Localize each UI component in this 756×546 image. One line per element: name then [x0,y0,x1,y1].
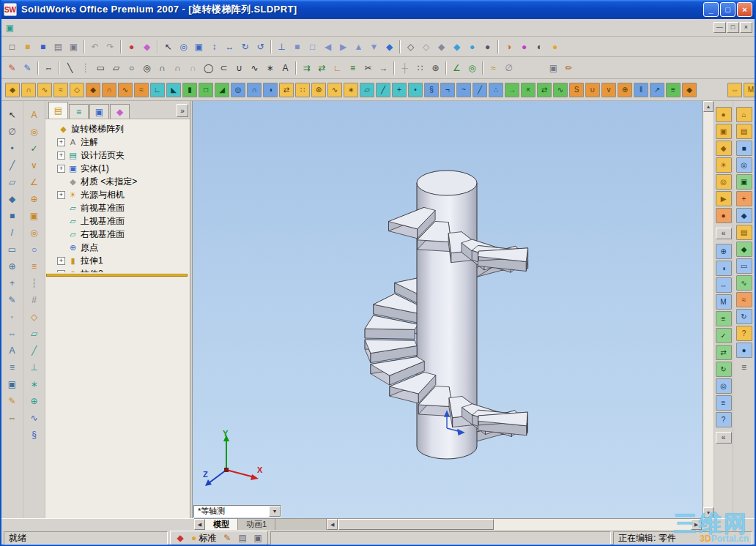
sketch-driven-pattern-button[interactable]: ∗ [344,83,358,97]
maximize-button[interactable]: □ [720,2,735,17]
zoom-tool-button[interactable]: ◎ [716,378,732,394]
smart-dimension-button[interactable]: ⇔ [41,60,56,75]
menu-file[interactable] [16,26,28,30]
dome-button[interactable]: ∩ [247,83,262,97]
units-button[interactable]: ▣ [251,532,264,545]
open-file-button[interactable]: ■ [20,39,35,54]
vertical-scrollbar[interactable]: ▲ ▼ [703,101,714,518]
centerline-button[interactable]: ┊ [78,60,93,75]
file-explorer-button[interactable]: ■ [736,141,752,156]
filter-dimensions-button[interactable]: ⇔ [4,326,21,341]
move-triad-button[interactable]: ⊕ [716,244,732,259]
thicken-button[interactable]: ≡ [666,83,681,97]
filter-edges-button[interactable]: ╱ [4,157,21,173]
dimxpertmanager-tab[interactable]: ◆ [110,104,130,119]
graphics-area[interactable]: Y X Z *等轴测 ▼ [193,101,703,518]
filter-vertices-button[interactable]: • [4,141,21,156]
decal-button[interactable]: ◆ [716,141,732,156]
configurationmanager-tab[interactable]: ▣ [89,104,109,119]
filter-axes-button[interactable]: / [4,225,21,240]
linear-pattern-button[interactable]: ∷ [295,83,310,97]
sweep-boss-button[interactable]: ∿ [37,83,52,97]
filter-faces-button[interactable]: ▱ [4,174,21,190]
curve-driven-pattern-button[interactable]: ∿ [327,83,342,97]
zebra-stripes-button[interactable]: ◐ [532,39,547,54]
linear-sketch-pattern-button[interactable]: ∷ [412,60,428,75]
toolbox-button[interactable]: ▤ [736,225,752,240]
construction-geometry-button[interactable]: ┼ [397,60,412,75]
expand-toggle-icon[interactable]: + [57,165,65,173]
statistics-button[interactable]: ≡ [716,311,732,326]
zoom-in-out-button[interactable]: ↕ [207,39,222,54]
loft-boss-button[interactable]: ≈ [53,83,68,97]
mirror-feature-button[interactable]: ⇄ [279,83,294,97]
update-button[interactable]: ↻ [716,362,732,377]
scroll-left-icon[interactable]: ◀ [327,519,338,530]
menu-view[interactable] [40,26,51,30]
coordinate-system-button[interactable]: + [392,83,407,97]
rectangle-button[interactable]: ▭ [93,60,108,75]
tangent-arc-button[interactable]: ∩ [170,60,185,75]
sketch-entities-button[interactable]: ✎ [4,393,21,408]
new-file-button[interactable]: □ [4,39,20,54]
filter-annotations-button[interactable]: A [4,343,21,358]
motion-button[interactable]: ↻ [736,309,752,324]
mass-properties-button[interactable]: M [744,83,756,97]
mass-props-tool-button[interactable]: M [716,294,732,310]
cosmetic-thread-button[interactable]: ≡ [26,258,42,274]
pdm-vault-button[interactable]: ◆ [736,208,752,223]
tab-scroll-left-button[interactable]: ◀ [194,519,205,530]
menu-utilities[interactable] [75,26,86,30]
mirror-entities-button[interactable]: ⇄ [314,60,330,75]
add-relation-button[interactable]: ∠ [449,60,464,75]
axis-button[interactable]: ╱ [26,343,42,358]
lights-button[interactable]: ☀ [716,157,732,173]
select-arrow-button[interactable]: ↖ [4,107,21,122]
geometric-tolerance-button[interactable]: ⊕ [26,191,42,206]
render-button[interactable]: ● [716,208,732,223]
scroll-down-icon[interactable]: ▼ [703,507,714,518]
parabola-button[interactable]: ∪ [231,60,247,75]
rib-button[interactable]: ▮ [182,83,197,97]
tree-item-right-plane[interactable]: ▱ 右视基准面 [48,228,190,241]
expand-toggle-icon[interactable]: + [57,138,65,146]
rapid-sketch-button[interactable]: ≈ [486,60,501,75]
measure-button[interactable]: ⇔ [727,83,742,97]
menu-animator[interactable] [98,26,110,30]
horizontal-scrollbar[interactable]: ◀ ▶ [327,519,702,530]
tree-item-solid-bodies[interactable]: + ▣ 实体(1) [48,162,190,175]
wrap-button[interactable]: ◑ [263,83,278,97]
shadows-button[interactable]: ● [480,39,495,54]
surface-finish-button[interactable]: ∨ [26,157,42,173]
expand-panel-button[interactable]: » [177,104,188,117]
solidworks-resources-button[interactable]: ⌂ [736,107,752,122]
normal-to-button[interactable]: ⊥ [274,39,289,54]
ellipse-button[interactable]: ◯ [201,60,216,75]
draft-button[interactable]: ◢ [215,83,229,97]
forum-button[interactable]: ● [736,343,752,358]
filter-solids-button[interactable]: ■ [4,208,21,223]
instant3d-button[interactable]: ◆ [682,83,697,97]
clear-filter-button[interactable]: ∅ [4,124,21,139]
bottom-view-button[interactable]: ▼ [366,39,382,54]
split-button[interactable]: ‖ [634,83,648,97]
design-library-button[interactable]: ▤ [736,124,752,139]
child-close-button[interactable]: × [740,22,752,33]
child-minimize-button[interactable]: — [714,22,726,33]
spell-check-button[interactable]: ✓ [26,141,42,156]
scroll-right-icon[interactable]: ▶ [691,519,702,530]
right-view-button[interactable]: ▶ [336,39,351,54]
hole-callout-button[interactable]: ○ [26,242,42,257]
extrude-boss-button[interactable]: ◆ [5,83,20,97]
point-ref-button[interactable]: ∗ [26,376,42,392]
expand-toggle-icon[interactable]: + [57,152,65,160]
help-button[interactable]: ? [716,412,732,427]
rebuild-button[interactable]: ● [124,39,139,54]
extrude-cut-button[interactable]: ◆ [86,83,100,97]
loft-cut-button[interactable]: ≈ [134,83,149,97]
filter-origins-button[interactable]: ⊕ [4,258,21,274]
tree-item-material[interactable]: ◆ 材质 <未指定> [48,175,190,188]
reference-axis-button[interactable]: ╱ [376,83,390,97]
spiral-staircase-model[interactable] [193,101,703,518]
reference-point-button[interactable]: • [408,83,423,97]
